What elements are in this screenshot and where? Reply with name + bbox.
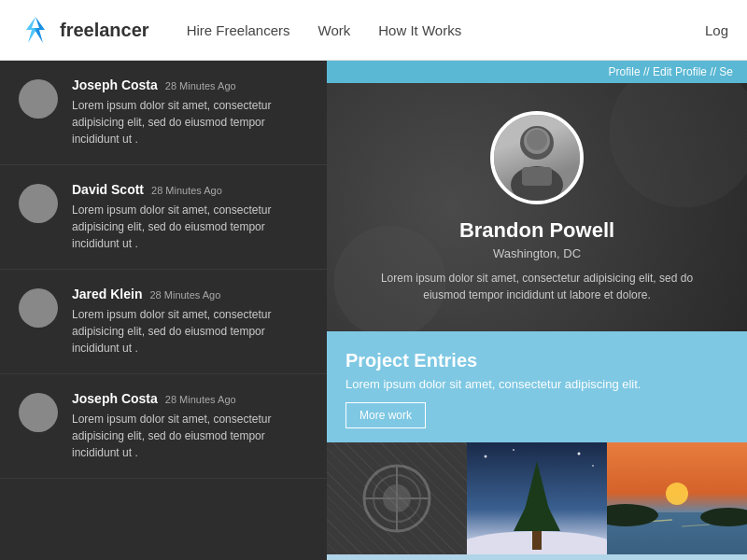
more-work-button[interactable]: More work: [345, 402, 426, 428]
svg-rect-17: [532, 531, 542, 550]
svg-point-20: [578, 453, 581, 455]
profile-avatar: [490, 111, 584, 204]
sidebar-time: 28 Minutes Ago: [151, 185, 222, 196]
nav-how-it-works[interactable]: How It Works: [378, 22, 461, 38]
project-thumb-3[interactable]: [607, 442, 747, 554]
project-entries-subtitle: Lorem ipsum dolor sit amet, consectetur …: [345, 377, 728, 391]
logo[interactable]: freelancer: [19, 13, 149, 47]
logo-icon: [19, 13, 52, 47]
sidebar-time: 28 Minutes Ago: [149, 289, 220, 301]
login-button[interactable]: Log: [705, 22, 728, 38]
sidebar: Joseph Costa 28 Minutes Ago Lorem ipsum …: [0, 61, 327, 560]
project-entries-title: Project Entries: [345, 350, 728, 371]
right-content: Profile // Edit Profile // Se: [327, 61, 747, 560]
sidebar-time: 28 Minutes Ago: [165, 394, 236, 405]
profile-photo-icon: [494, 115, 580, 201]
nav-hire-freelancers[interactable]: Hire Freelancers: [187, 22, 290, 38]
sidebar-user-name: Joseph Costa: [72, 391, 158, 406]
svg-point-18: [485, 455, 487, 458]
main-layout: Joseph Costa 28 Minutes Ago Lorem ipsum …: [0, 61, 747, 560]
sidebar-user-name: David Scott: [72, 182, 144, 197]
project-thumb-2[interactable]: [467, 442, 607, 554]
avatar: [19, 184, 58, 223]
sidebar-user-name: Joseph Costa: [72, 77, 158, 92]
avatar: [19, 79, 58, 119]
avatar: [19, 288, 58, 328]
sidebar-message: Lorem ipsum dolor sit amet, consectetur …: [72, 306, 308, 357]
svg-marker-1: [26, 17, 37, 43]
svg-rect-4: [522, 167, 552, 186]
header: freelancer Hire Freelancers Work How It …: [0, 0, 747, 61]
svg-point-8: [364, 466, 430, 531]
sidebar-user-name: Jared Klein: [72, 287, 142, 301]
list-item: David Scott 28 Minutes Ago Lorem ipsum d…: [0, 165, 327, 270]
project-thumb-1[interactable]: [327, 442, 467, 554]
svg-point-19: [513, 449, 514, 451]
profile-location: Washington, DC: [493, 246, 581, 260]
sidebar-message: Lorem ipsum dolor sit amet, consectetur …: [72, 97, 308, 147]
avatar: [19, 393, 58, 432]
svg-point-21: [592, 465, 594, 467]
profile-name: Brandon Powell: [459, 218, 614, 243]
profile-bio: Lorem ipsum dolor sit amet, consectetur …: [359, 270, 714, 303]
project-thumbnails: [327, 442, 747, 554]
list-item: Joseph Costa 28 Minutes Ago Lorem ipsum …: [0, 374, 327, 479]
nav-work[interactable]: Work: [318, 22, 351, 38]
breadcrumb: Profile // Edit Profile // Se: [327, 61, 747, 83]
sidebar-message: Lorem ipsum dolor sit amet, consectetur …: [72, 411, 308, 461]
sidebar-time: 28 Minutes Ago: [165, 80, 236, 91]
svg-point-6: [527, 130, 547, 150]
project-section: Project Entries Lorem ipsum dolor sit am…: [327, 331, 747, 442]
profile-hero: Brandon Powell Washington, DC Lorem ipsu…: [327, 83, 747, 331]
logo-text: freelancer: [60, 20, 149, 41]
list-item: Joseph Costa 28 Minutes Ago Lorem ipsum …: [0, 61, 327, 165]
sidebar-message: Lorem ipsum dolor sit amet, consectetur …: [72, 202, 308, 252]
svg-point-10: [383, 484, 411, 512]
main-nav: Hire Freelancers Work How It Works: [187, 22, 705, 38]
svg-point-9: [374, 475, 420, 522]
svg-point-23: [666, 483, 688, 505]
list-item: Jared Klein 28 Minutes Ago Lorem ipsum d…: [0, 270, 327, 374]
svg-rect-7: [327, 442, 467, 554]
